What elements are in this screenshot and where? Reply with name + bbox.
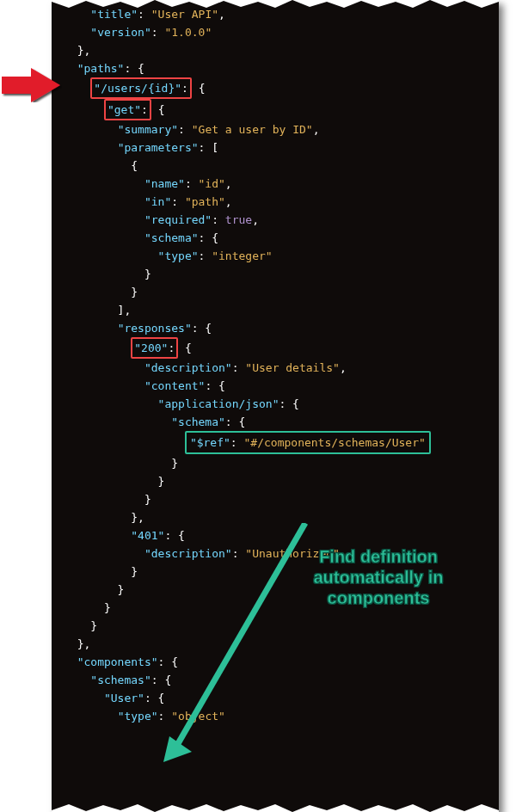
- red-arrow: [0, 68, 62, 102]
- code-content: "title": "User API", "version": "1.0.0" …: [64, 0, 488, 725]
- annotation-text: Find definition automatically in compone…: [292, 546, 464, 608]
- code-block: "title": "User API", "version": "1.0.0" …: [52, 0, 499, 812]
- svg-marker-2: [2, 68, 60, 102]
